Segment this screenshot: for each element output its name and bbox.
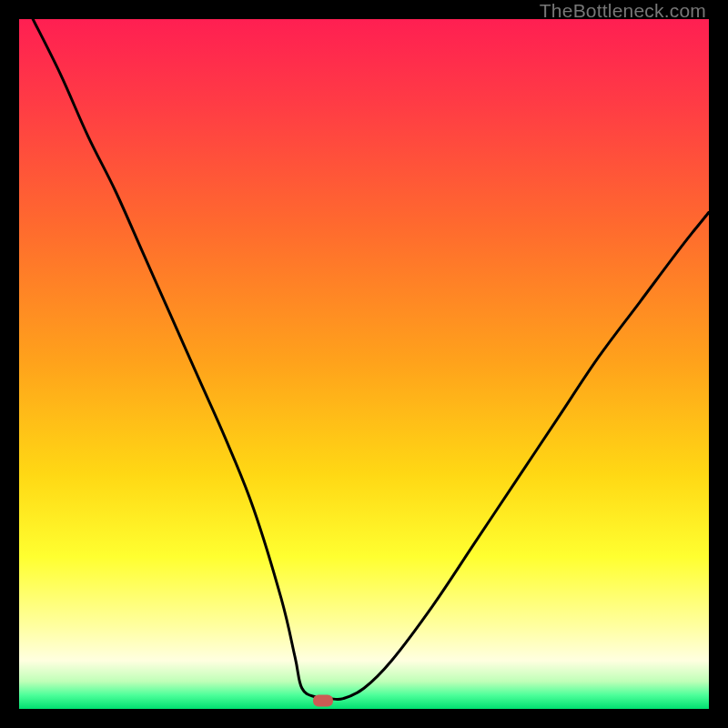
optimum-marker [313, 694, 333, 706]
chart-container: TheBottleneck.com [0, 0, 728, 728]
plot-area [19, 19, 709, 709]
bottleneck-curve [19, 19, 709, 709]
